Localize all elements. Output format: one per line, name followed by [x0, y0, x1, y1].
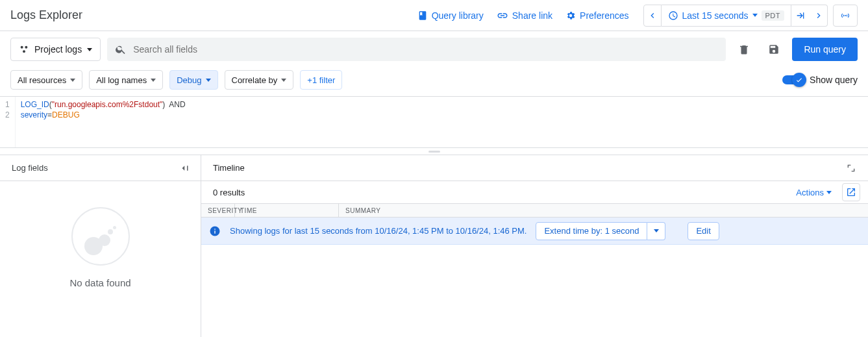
project-scope-button[interactable]: Project logs — [10, 38, 101, 61]
timeline-title: Timeline — [213, 163, 245, 173]
log-names-filter-chip[interactable]: All log names — [89, 70, 163, 90]
info-bar: Showing logs for last 15 seconds from 10… — [201, 218, 868, 245]
stream-logs-button[interactable] — [833, 5, 858, 27]
extend-time-dropdown[interactable] — [647, 222, 665, 240]
search-bar[interactable] — [107, 38, 726, 61]
edit-time-button[interactable]: Edit — [688, 222, 719, 240]
resize-handle[interactable] — [0, 148, 868, 155]
svg-point-1 — [25, 46, 27, 49]
timezone-chip: PDT — [762, 10, 785, 21]
gear-icon — [565, 10, 576, 21]
jump-to-end-icon — [795, 10, 806, 21]
severity-filter-chip[interactable]: Debug — [169, 70, 217, 90]
correlate-filter-chip[interactable]: Correlate by — [225, 70, 294, 90]
share-link-label: Share link — [512, 10, 552, 21]
chevron-down-icon — [206, 79, 211, 82]
popout-icon — [846, 187, 856, 197]
page-title: Logs Explorer — [10, 8, 82, 22]
preferences-button[interactable]: Preferences — [559, 6, 635, 25]
results-table-header: SEVERITY TIME SUMMARY — [201, 203, 868, 218]
check-icon — [795, 76, 803, 84]
col-summary: SUMMARY — [339, 207, 868, 214]
delete-button[interactable] — [732, 38, 756, 61]
severity-filter-label: Debug — [177, 75, 201, 85]
stream-icon — [839, 10, 852, 21]
info-icon — [209, 225, 221, 237]
editor-gutter: 12 — [0, 97, 16, 147]
collapse-panel-button[interactable] — [176, 159, 194, 177]
chevron-down-icon — [87, 48, 92, 51]
search-input[interactable] — [133, 44, 718, 55]
popout-button[interactable] — [842, 183, 860, 201]
log-names-filter-label: All log names — [96, 75, 147, 85]
clock-icon — [668, 10, 678, 21]
query-library-label: Query library — [432, 10, 484, 21]
extend-time-button[interactable]: Extend time by: 1 second — [536, 222, 647, 240]
chevron-right-icon — [813, 10, 824, 21]
no-data-illustration — [71, 207, 130, 266]
log-fields-title: Log fields — [12, 163, 48, 173]
query-editor[interactable]: 12 LOG_ID("run.googleapis.com%2Fstdout")… — [0, 96, 868, 148]
actions-label: Actions — [796, 188, 824, 197]
time-range-label: Last 15 seconds — [682, 10, 749, 21]
filter-icon — [19, 44, 29, 55]
svg-point-2 — [23, 50, 25, 53]
chevron-down-icon — [70, 79, 75, 82]
trash-icon — [738, 44, 750, 55]
chevron-down-icon — [826, 191, 832, 194]
jump-to-now-button[interactable] — [791, 5, 810, 27]
chevron-down-icon — [752, 14, 758, 17]
time-next-button[interactable] — [810, 5, 828, 27]
show-query-toggle[interactable] — [782, 75, 804, 84]
expand-icon — [846, 163, 856, 173]
chevron-left-icon — [647, 10, 658, 21]
col-severity: SEVERITY — [201, 204, 235, 217]
svg-point-0 — [21, 46, 23, 49]
time-prev-button[interactable] — [643, 5, 662, 27]
chevron-down-icon — [654, 229, 659, 232]
resources-filter-label: All resources — [18, 75, 66, 85]
show-query-label: Show query — [810, 75, 858, 85]
more-filters-label: +1 filter — [307, 75, 335, 85]
correlate-filter-label: Correlate by — [232, 75, 278, 85]
actions-menu-button[interactable]: Actions — [796, 188, 832, 197]
col-time: TIME — [235, 204, 339, 217]
query-library-button[interactable]: Query library — [411, 6, 490, 25]
save-icon — [768, 44, 780, 55]
more-filters-chip[interactable]: +1 filter — [300, 70, 342, 90]
book-icon — [417, 10, 428, 21]
no-data-label: No data found — [69, 277, 130, 288]
chevron-down-icon — [281, 79, 286, 82]
link-icon — [497, 10, 508, 21]
info-bar-text: Showing logs for last 15 seconds from 10… — [230, 226, 527, 236]
resources-filter-chip[interactable]: All resources — [10, 70, 82, 90]
search-icon — [115, 44, 127, 55]
collapse-left-icon — [179, 162, 191, 174]
expand-timeline-button[interactable] — [842, 159, 860, 177]
chevron-down-icon — [151, 79, 156, 82]
results-count: 0 results — [213, 188, 245, 197]
run-query-button[interactable]: Run query — [792, 38, 858, 61]
project-scope-label: Project logs — [34, 44, 82, 55]
preferences-label: Preferences — [580, 10, 628, 21]
save-button[interactable] — [762, 38, 786, 61]
share-link-button[interactable]: Share link — [490, 6, 559, 25]
time-range-button[interactable]: Last 15 seconds PDT — [662, 5, 791, 27]
